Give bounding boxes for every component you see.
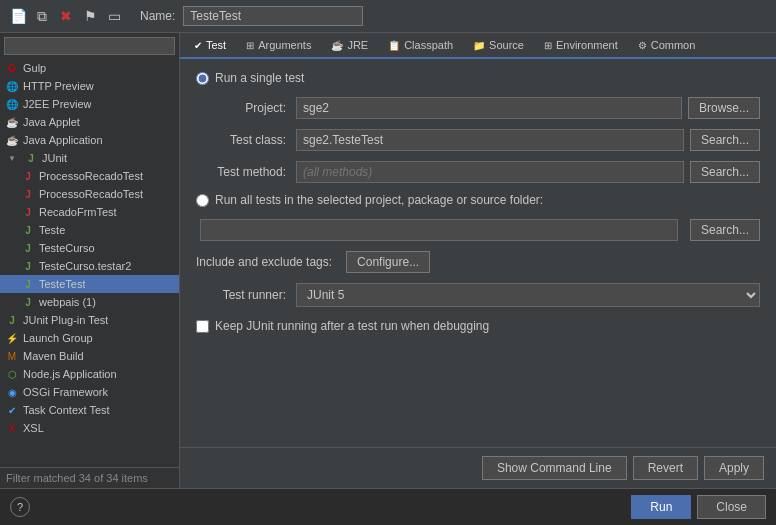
form-area: Run a single test Project: Browse... Tes… (180, 59, 776, 447)
list-item[interactable]: J Teste (0, 221, 179, 239)
left-panel: G Gulp 🌐 HTTP Preview 🌐 J2EE Preview ☕ J… (0, 33, 180, 488)
filter-button[interactable]: ⚑ (80, 6, 100, 26)
list-item[interactable]: J TesteCurso.testar2 (0, 257, 179, 275)
collapse-button[interactable]: ▭ (104, 6, 124, 26)
test-runner-label: Test runner: (196, 288, 296, 302)
content-area: G Gulp 🌐 HTTP Preview 🌐 J2EE Preview ☕ J… (0, 33, 776, 488)
tags-label: Include and exclude tags: (196, 255, 332, 269)
testecurso-icon: J (20, 240, 36, 256)
testecurso2-icon: J (20, 258, 36, 274)
run-all-search-input[interactable] (200, 219, 678, 241)
tab-environment[interactable]: ⊞ Environment (534, 33, 628, 59)
tab-test[interactable]: ✔ Test (184, 33, 236, 59)
close-button[interactable]: Close (697, 495, 766, 519)
browse-button[interactable]: Browse... (688, 97, 760, 119)
java-applet-icon: ☕ (4, 114, 20, 130)
list-item[interactable]: ☕ Java Application (0, 131, 179, 149)
test-runner-row: Test runner: JUnit 5 JUnit 4 JUnit 3 (196, 283, 760, 307)
configure-button[interactable]: Configure... (346, 251, 430, 273)
run-single-radio[interactable] (196, 72, 209, 85)
footer-left: ? (10, 497, 30, 517)
name-input[interactable] (183, 6, 363, 26)
list-item[interactable]: X XSL (0, 419, 179, 437)
run-all-label: Run all tests in the selected project, p… (215, 193, 543, 207)
project-input[interactable] (296, 97, 682, 119)
footer: ? Run Close (0, 488, 776, 525)
tree-list: G Gulp 🌐 HTTP Preview 🌐 J2EE Preview ☕ J… (0, 59, 179, 467)
footer-right: Run Close (631, 495, 766, 519)
junit-group-item[interactable]: ▼ J JUnit (0, 149, 179, 167)
run-all-radio[interactable] (196, 194, 209, 207)
environment-tab-icon: ⊞ (544, 40, 552, 51)
test-class-label: Test class: (196, 133, 296, 147)
recado-icon: J (20, 204, 36, 220)
new-config-button[interactable]: 📄 (8, 6, 28, 26)
apply-button[interactable]: Apply (704, 456, 764, 480)
list-item[interactable]: 🌐 J2EE Preview (0, 95, 179, 113)
test-runner-select[interactable]: JUnit 5 JUnit 4 JUnit 3 (296, 283, 760, 307)
list-item[interactable]: ⬡ Node.js Application (0, 365, 179, 383)
test-method-input[interactable] (296, 161, 684, 183)
launch-group-item[interactable]: ⚡ Launch Group (0, 329, 179, 347)
main-window: 📄 ⧉ ✖ ⚑ ▭ Name: G Gulp 🌐 HTTP Pre (0, 0, 776, 525)
junit-icon: J (23, 150, 39, 166)
http-icon: 🌐 (4, 78, 20, 94)
tab-common[interactable]: ⚙ Common (628, 33, 706, 59)
list-item[interactable]: J JUnit Plug-in Test (0, 311, 179, 329)
revert-button[interactable]: Revert (633, 456, 698, 480)
filter-status: Filter matched 34 of 34 items (0, 467, 179, 488)
toolbar: 📄 ⧉ ✖ ⚑ ▭ (8, 6, 124, 26)
node-icon: ⬡ (4, 366, 20, 382)
tab-classpath[interactable]: 📋 Classpath (378, 33, 463, 59)
tab-source[interactable]: 📁 Source (463, 33, 534, 59)
help-button[interactable]: ? (10, 497, 30, 517)
tab-jre[interactable]: ☕ JRE (321, 33, 378, 59)
list-item[interactable]: J ProcessoRecadoTest (0, 185, 179, 203)
arguments-tab-icon: ⊞ (246, 40, 254, 51)
run-all-search-button[interactable]: Search... (690, 219, 760, 241)
list-item[interactable]: 🌐 HTTP Preview (0, 77, 179, 95)
junit-plugin-icon: J (4, 312, 20, 328)
teste-icon: J (20, 222, 36, 238)
tab-arguments[interactable]: ⊞ Arguments (236, 33, 321, 59)
tab-bar: ✔ Test ⊞ Arguments ☕ JRE 📋 Classpath 📁 (180, 33, 776, 59)
testetest-item[interactable]: J TesteTest (0, 275, 179, 293)
test-class-search-button[interactable]: Search... (690, 129, 760, 151)
action-bar: Show Command Line Revert Apply (180, 447, 776, 488)
run-button[interactable]: Run (631, 495, 691, 519)
search-box (0, 33, 179, 59)
test-class-input[interactable] (296, 129, 684, 151)
test-method-label: Test method: (196, 165, 296, 179)
list-item[interactable]: J RecadoFrmTest (0, 203, 179, 221)
list-item[interactable]: ◉ OSGi Framework (0, 383, 179, 401)
keep-running-row: Keep JUnit running after a test run when… (196, 319, 760, 333)
header: 📄 ⧉ ✖ ⚑ ▭ Name: (0, 0, 776, 33)
source-tab-icon: 📁 (473, 40, 485, 51)
j2ee-icon: 🌐 (4, 96, 20, 112)
keep-running-checkbox[interactable] (196, 320, 209, 333)
list-item[interactable]: ☕ Java Applet (0, 113, 179, 131)
launch-icon: ⚡ (4, 330, 20, 346)
processo-icon: J (20, 168, 36, 184)
delete-button[interactable]: ✖ (56, 6, 76, 26)
testetest-icon: J (20, 276, 36, 292)
duplicate-button[interactable]: ⧉ (32, 6, 52, 26)
list-item[interactable]: J ProcessoRecadoTest (0, 167, 179, 185)
test-method-search-button[interactable]: Search... (690, 161, 760, 183)
list-item[interactable]: G Gulp (0, 59, 179, 77)
name-label: Name: (140, 9, 175, 23)
java-app-icon: ☕ (4, 132, 20, 148)
show-command-line-button[interactable]: Show Command Line (482, 456, 627, 480)
task-context-item[interactable]: ✔ Task Context Test (0, 401, 179, 419)
tags-row: Include and exclude tags: Configure... (196, 251, 760, 273)
test-tab-icon: ✔ (194, 40, 202, 51)
list-item[interactable]: M Maven Build (0, 347, 179, 365)
list-item[interactable]: J webpais (1) (0, 293, 179, 311)
run-single-radio-group: Run a single test (196, 71, 760, 85)
jre-tab-icon: ☕ (331, 40, 343, 51)
search-input[interactable] (4, 37, 175, 55)
osgi-icon: ◉ (4, 384, 20, 400)
processo2-icon: J (20, 186, 36, 202)
webpais-icon: J (20, 294, 36, 310)
list-item[interactable]: J TesteCurso (0, 239, 179, 257)
